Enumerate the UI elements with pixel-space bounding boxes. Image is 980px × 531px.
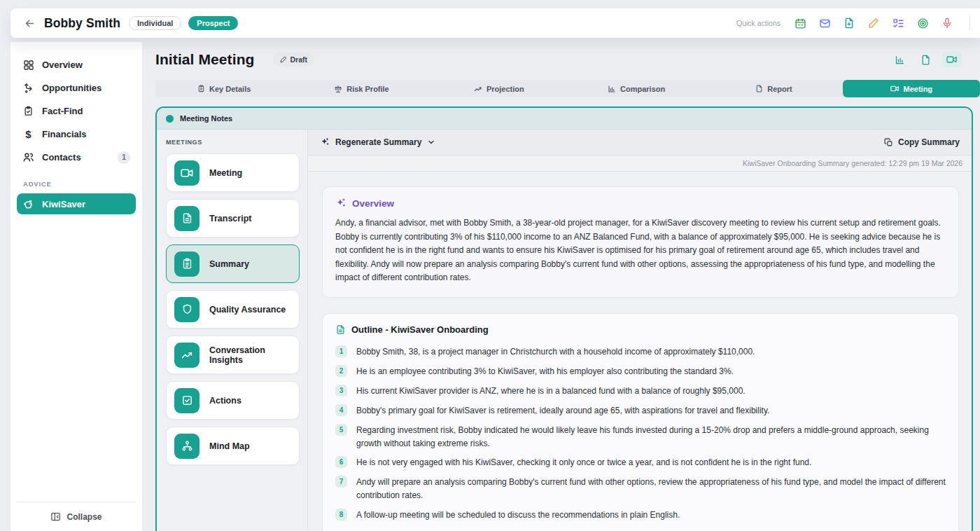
copy-icon [884, 138, 893, 147]
sidebar-item-label: Fact-Find [42, 106, 83, 116]
tab-projection[interactable]: Projection [430, 80, 568, 97]
main-content: Initial Meeting Draft Key Details [155, 42, 980, 531]
sidebar-item-kiwisaver[interactable]: KiwiSaver [17, 193, 136, 214]
list-todo-icon[interactable] [892, 17, 904, 29]
tab-meeting[interactable]: Meeting [843, 80, 980, 97]
copy-summary-button[interactable]: Copy Summary [884, 137, 960, 147]
copy-summary-label: Copy Summary [898, 137, 960, 147]
arrow-left-icon [24, 18, 36, 29]
sidebar-item-contacts[interactable]: Contacts 1 [17, 146, 136, 169]
mind-map-icon [174, 434, 200, 459]
summary-scroll-area[interactable]: Overview Andy, a financial advisor, met … [308, 172, 972, 531]
outline-item: 3 His current KiwiSaver provider is ANZ,… [335, 384, 946, 398]
tab-label: Projection [486, 85, 524, 93]
meetings-section-label: MEETINGS [166, 139, 300, 146]
tab-comparison[interactable]: Comparison [568, 80, 705, 97]
clipboard-check-icon [22, 106, 34, 116]
view-switcher [890, 52, 980, 68]
outline-item: 8 A follow-up meeting will be scheduled … [335, 508, 946, 522]
meetings-nav: MEETINGS Meeting Transcript [157, 130, 308, 531]
quick-actions-label: Quick actions [736, 19, 780, 27]
video-icon[interactable] [942, 52, 962, 67]
overview-heading: Overview [352, 198, 394, 209]
client-name: Bobby Smith [44, 16, 120, 31]
meetings-item-summary[interactable]: Summary [166, 244, 300, 283]
tab-label: Comparison [620, 85, 665, 93]
back-button[interactable] [20, 14, 38, 32]
meetings-item-label: Meeting [209, 168, 242, 178]
draft-status-badge[interactable]: Draft [273, 53, 315, 67]
summary-content: Regenerate Summary Copy Summary KiwiSave… [308, 130, 972, 531]
regenerate-summary-label: Regenerate Summary [335, 137, 421, 147]
meeting-notes-body: MEETINGS Meeting Transcript [157, 130, 972, 531]
outline-item-number: 6 [335, 456, 347, 468]
outline-item-number: 3 [335, 385, 347, 396]
meetings-item-conversation-insights[interactable]: Conversation Insights [166, 336, 300, 374]
outline-item-text: Bobby Smith, 38, is a project manager in… [356, 345, 755, 359]
sidebar-item-label: Contacts [42, 152, 81, 163]
outline-item-text: Bobby's primary goal for KiwiSaver is re… [356, 404, 769, 418]
sidebar-item-opportunities[interactable]: Opportunities [17, 76, 136, 99]
file-icon[interactable] [916, 52, 935, 68]
tab-risk-profile[interactable]: Risk Profile [293, 80, 430, 97]
sidebar-item-financials[interactable]: $ Financials [17, 123, 136, 146]
chart-column-icon[interactable] [890, 52, 909, 68]
tab-key-details[interactable]: Key Details [155, 80, 293, 97]
shield-icon [174, 297, 200, 322]
outline-item-text: He is not very engaged with his KiwiSave… [356, 455, 811, 469]
meetings-item-label: Summary [209, 259, 249, 269]
mail-icon[interactable] [818, 17, 831, 29]
draft-label: Draft [290, 55, 308, 64]
meetings-item-meeting[interactable]: Meeting [166, 153, 300, 192]
chart-column-icon [608, 85, 616, 93]
scale-icon [334, 85, 342, 93]
outline-item: 2 He is an employee contributing 3% to K… [335, 364, 946, 378]
outline-item-number: 8 [335, 509, 347, 520]
calendar-icon[interactable] [794, 17, 806, 29]
outline-list: 1 Bobby Smith, 38, is a project manager … [335, 345, 946, 523]
client-sidebar: Overview Opportunities Fact-Find $ Finan… [10, 42, 142, 531]
meeting-notes-header: Meeting Notes [157, 108, 972, 130]
pencil-icon[interactable] [867, 17, 880, 29]
outline-item-number: 1 [335, 345, 347, 357]
panel-collapse-icon [50, 511, 61, 522]
file-plus-icon[interactable] [843, 17, 855, 29]
outline-item-text: Andy will prepare an analysis comparing … [356, 475, 946, 502]
outline-item-text: Regarding investment risk, Bobby indicat… [356, 423, 946, 450]
meetings-item-transcript[interactable]: Transcript [166, 199, 300, 237]
collapse-button[interactable]: Collapse [17, 502, 136, 531]
regenerate-summary-button[interactable]: Regenerate Summary [320, 137, 435, 147]
meetings-item-label: Conversation Insights [209, 345, 291, 365]
outline-item: 5 Regarding investment risk, Bobby indic… [335, 423, 946, 450]
tab-report[interactable]: Report [705, 80, 842, 97]
summary-toolbar: Regenerate Summary Copy Summary [308, 130, 972, 156]
overview-body: Andy, a financial advisor, met with Bobb… [335, 216, 946, 285]
file-icon [755, 85, 763, 92]
outline-item-text: A follow-up meeting will be scheduled to… [356, 508, 680, 522]
sparkles-icon [335, 198, 346, 209]
client-status-badge: Prospect [188, 16, 238, 30]
mic-icon[interactable] [941, 17, 953, 29]
target-icon[interactable] [916, 17, 929, 29]
sidebar-item-overview[interactable]: Overview [17, 53, 136, 76]
split-icon [22, 83, 34, 94]
meeting-notes-panel: Meeting Notes MEETINGS Meeting [155, 106, 973, 531]
check-square-icon [174, 388, 200, 413]
tab-label: Meeting [904, 85, 933, 93]
meetings-item-label: Actions [209, 396, 241, 406]
meetings-item-mind-map[interactable]: Mind Map [166, 427, 300, 465]
outline-item: 4 Bobby's primary goal for KiwiSaver is … [335, 404, 946, 418]
grid-icon [22, 60, 34, 71]
contacts-count-badge: 1 [118, 151, 130, 164]
page-title: Initial Meeting [155, 51, 255, 68]
video-icon [890, 85, 899, 92]
summary-generated-bar: KiwiSaver Onboarding Summary generated: … [308, 156, 972, 172]
overview-heading-row: Overview [335, 198, 946, 209]
collapse-label: Collapse [66, 512, 102, 522]
tab-label: Key Details [209, 85, 251, 93]
meetings-item-quality-assurance[interactable]: Quality Assurance [166, 290, 300, 329]
meetings-item-actions[interactable]: Actions [166, 381, 300, 420]
sidebar-item-fact-find[interactable]: Fact-Find [17, 99, 136, 123]
outline-heading: Outline - KiwiSaver Onboarding [351, 324, 489, 335]
client-header: Bobby Smith Individual Prospect Quick ac… [10, 8, 980, 38]
